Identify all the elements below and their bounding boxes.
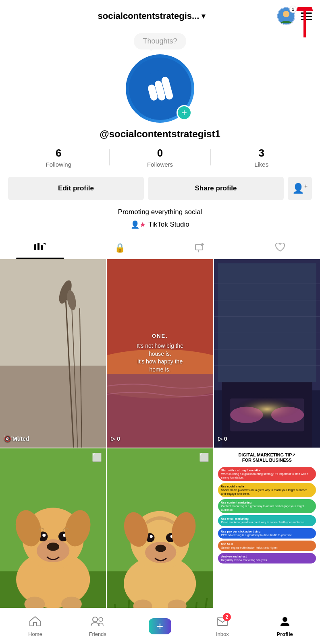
svg-point-45 bbox=[47, 543, 59, 551]
svg-rect-31 bbox=[218, 263, 316, 382]
studio-label: TikTok Studio bbox=[148, 221, 189, 229]
nav-create[interactable]: + bbox=[144, 618, 176, 634]
avatar-badge: 1 bbox=[289, 6, 297, 13]
profile-label: Profile bbox=[276, 631, 293, 637]
thought-bubble[interactable]: Thoughts? bbox=[134, 33, 186, 50]
top-bar-actions: 1 bbox=[277, 7, 312, 25]
add-profile-button[interactable]: + bbox=[177, 105, 192, 120]
studio-icon: 👤★ bbox=[131, 220, 146, 229]
multi-icon-5: ⬜ bbox=[199, 452, 209, 462]
svg-point-75 bbox=[283, 617, 287, 622]
play-icon: ▷ bbox=[218, 436, 222, 442]
bio-text: Promoting everything social bbox=[118, 208, 202, 216]
tip-bar-2: Use social media Social media platforms … bbox=[218, 483, 316, 497]
video-cell-3[interactable]: ▷ 0 bbox=[214, 259, 320, 448]
svg-rect-10 bbox=[37, 243, 39, 250]
count-text: 0 bbox=[224, 436, 227, 442]
followers-stat[interactable]: 0 Followers bbox=[110, 147, 211, 168]
mute-icon: 🔇 bbox=[4, 436, 11, 442]
add-friend-button[interactable]: 👤+ bbox=[288, 177, 312, 200]
share-profile-button[interactable]: Share profile bbox=[148, 177, 284, 200]
likes-stat[interactable]: 3 Likes bbox=[211, 147, 312, 168]
create-button[interactable]: + bbox=[149, 618, 171, 634]
following-count: 6 bbox=[56, 147, 61, 159]
tab-private[interactable]: 🔒 bbox=[80, 237, 160, 259]
svg-point-1 bbox=[283, 11, 289, 17]
svg-marker-12 bbox=[43, 243, 46, 245]
tip-bar-1: Start with a strong foundation When buil… bbox=[218, 467, 316, 481]
friends-label: Friends bbox=[89, 631, 106, 637]
svg-point-48 bbox=[42, 534, 46, 537]
top-bar: socialcontentstrategis... ▾ 1 bbox=[0, 0, 320, 29]
repost-icon bbox=[195, 243, 205, 255]
play-icon: ▷ bbox=[111, 436, 115, 442]
tip-bar-5: Use pay-per-click advertising PPC advert… bbox=[218, 528, 316, 539]
video-cell-2[interactable]: ONE. It's not how big the house is.It's … bbox=[107, 259, 213, 448]
following-label: Following bbox=[46, 161, 71, 168]
menu-button[interactable] bbox=[301, 12, 312, 20]
inbox-badge: 2 bbox=[223, 613, 231, 621]
action-buttons: Edit profile Share profile 👤+ bbox=[8, 177, 312, 200]
nav-friends[interactable]: Friends bbox=[81, 615, 114, 637]
nav-home[interactable]: Home bbox=[19, 615, 51, 637]
account-switcher[interactable]: socialcontentstrategis... ▾ bbox=[98, 11, 206, 21]
following-stat[interactable]: 6 Following bbox=[8, 147, 109, 168]
svg-point-39 bbox=[271, 407, 304, 423]
tab-videos[interactable] bbox=[0, 237, 80, 259]
profile-logo bbox=[142, 70, 178, 107]
stadium-svg bbox=[214, 259, 320, 448]
count-text: 0 bbox=[117, 436, 120, 442]
inbox-label: Inbox bbox=[216, 631, 229, 637]
followers-count: 0 bbox=[157, 147, 163, 159]
friends-icon bbox=[90, 615, 105, 630]
multi-icon-4: ⬜ bbox=[92, 452, 102, 462]
svg-point-72 bbox=[93, 617, 98, 622]
nav-profile[interactable]: Profile bbox=[269, 615, 301, 637]
inbox-wrapper: 2 bbox=[216, 615, 229, 630]
followers-label: Followers bbox=[147, 161, 173, 168]
home-label: Home bbox=[28, 631, 42, 637]
edit-profile-button[interactable]: Edit profile bbox=[8, 177, 144, 200]
studio-link[interactable]: 👤★ TikTok Studio bbox=[131, 220, 189, 229]
lock-icon: 🔒 bbox=[114, 243, 125, 253]
svg-point-73 bbox=[99, 617, 103, 621]
play-count-2: ▷ 0 bbox=[111, 436, 120, 442]
tab-liked[interactable] bbox=[240, 237, 320, 259]
profile-icon bbox=[279, 615, 291, 630]
sunset-text-overlay: ONE. It's not how big the house is.It's … bbox=[133, 333, 187, 374]
content-tabs: 🔒 bbox=[0, 237, 320, 259]
likes-label: Likes bbox=[254, 161, 268, 168]
bottom-nav: Home Friends + 2 Inbox bbox=[0, 608, 320, 644]
tip-bar-6: Use SEO Search engine optimization helps… bbox=[218, 541, 316, 551]
heart-icon bbox=[275, 243, 285, 255]
sunset-quote: It's not how big the house is.It's how h… bbox=[133, 342, 187, 374]
likes-count: 3 bbox=[258, 147, 264, 159]
svg-point-66 bbox=[150, 535, 153, 538]
videos-tab-icon bbox=[34, 243, 46, 254]
svg-rect-25 bbox=[107, 374, 213, 448]
home-icon bbox=[29, 615, 41, 630]
video-cell-1[interactable]: I never... 🔇 Muted bbox=[0, 259, 106, 448]
tip-bar-3: Use content marketing Content marketing … bbox=[218, 499, 316, 513]
stats-row: 6 Following 0 Followers 3 Likes bbox=[8, 147, 312, 168]
add-user-icon: 👤+ bbox=[292, 183, 308, 194]
muted-badge: 🔇 Muted bbox=[4, 436, 29, 442]
grass-svg: I never... bbox=[0, 259, 106, 448]
profile-section: Thoughts? + @socialcontentstrategist1 6 … bbox=[0, 29, 320, 237]
svg-point-38 bbox=[230, 407, 263, 423]
play-count-3: ▷ 0 bbox=[218, 436, 227, 442]
profile-avatar[interactable]: + bbox=[126, 54, 194, 123]
marketing-title: DIGITAL MARKETING TIP↗FOR SMALL BUSINESS bbox=[218, 452, 316, 463]
profile-username: @socialcontentstrategist1 bbox=[100, 128, 220, 140]
chevron-down-icon: ▾ bbox=[202, 12, 205, 21]
muted-text: Muted bbox=[12, 436, 29, 442]
tip-bar-4: Use email marketing Email marketing can … bbox=[218, 515, 316, 526]
nav-inbox[interactable]: 2 Inbox bbox=[206, 615, 239, 637]
username-display: socialcontentstrategis... bbox=[98, 11, 199, 21]
tab-repost[interactable] bbox=[160, 237, 240, 259]
svg-point-63 bbox=[156, 545, 166, 552]
avatar-switcher[interactable]: 1 bbox=[277, 7, 295, 25]
svg-rect-9 bbox=[34, 244, 36, 250]
svg-rect-11 bbox=[41, 245, 43, 250]
video-grid: I never... 🔇 Muted ONE. It's not how big… bbox=[0, 259, 320, 637]
